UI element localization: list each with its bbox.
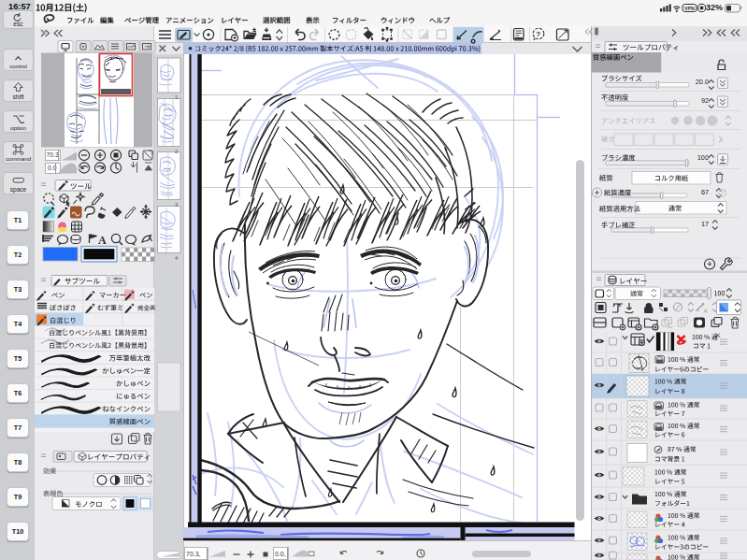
svg-text:?: ? bbox=[536, 30, 540, 38]
svg-text:2: 2 bbox=[175, 149, 178, 154]
svg-text:4: 4 bbox=[175, 255, 178, 261]
svg-text:VPN: VPN bbox=[684, 6, 695, 11]
svg-text:3: 3 bbox=[175, 202, 178, 208]
svg-text:A: A bbox=[98, 234, 107, 247]
svg-text:1: 1 bbox=[175, 94, 178, 100]
